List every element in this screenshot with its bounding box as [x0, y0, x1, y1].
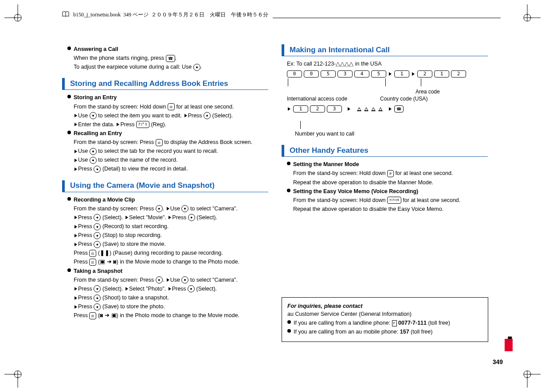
step-arrow-icon [74, 167, 77, 171]
digit-key: 2 [310, 105, 325, 113]
digit-key: 3 [327, 105, 342, 113]
camera-icon: ◙ [100, 312, 103, 318]
step-arrow-icon [348, 107, 350, 111]
camera-icon: ◙ [113, 259, 117, 265]
header-filename: b150_j_torisetsu.book 349 ページ ２００９年５月２６日… [62, 11, 273, 19]
registration-mark-icon [514, 361, 541, 388]
text-line: Use to select the item you want to edit.… [62, 112, 268, 120]
app-key-icon: ｱﾌﾟﾘ [136, 121, 149, 128]
text-line: Press ● (Stop) to stop recording. [62, 231, 268, 239]
header-pageinfo: 349 ページ [123, 12, 149, 18]
text-line: Enter the data. Press ｱﾌﾟﾘ (Reg). [62, 120, 268, 128]
column-right: Making an International Call Ex: To call… [282, 44, 488, 342]
placeholder-digit-icon [371, 107, 376, 111]
bullet-icon [287, 320, 291, 324]
placeholder-digit-icon [378, 107, 383, 111]
text-line: Press ● (Select). Select "Movie". Press … [62, 213, 268, 221]
bullet-icon [67, 197, 71, 201]
heading-answering-call: Answering a Call [62, 45, 268, 53]
contact-title: For inquiries, please contact [287, 302, 482, 310]
text-line: Press ● (Save) to store the photo. [62, 303, 268, 310]
text-line: Press ● (Shoot) to take a snapshot. [62, 294, 268, 302]
text-line: Press ● (Save) to store the movie. [62, 240, 268, 248]
contact-center: au Customer Service Center (General Info… [287, 310, 482, 318]
freecall-icon: F [392, 320, 397, 326]
step-arrow-icon [74, 114, 77, 117]
call-key-icon: ☎ [394, 105, 404, 113]
dpad-icon [90, 148, 97, 155]
address-key-icon: ⧈ [156, 139, 163, 146]
heading-storing-entry: Storing an Entry [62, 93, 268, 101]
digit-key: 2 [417, 70, 432, 78]
label-country-code: Country code (USA) [380, 95, 427, 103]
text-line: Repeat the above operation to disable th… [282, 179, 488, 186]
clear-key-icon: ｸﾘｱ/ﾒﾓ [387, 197, 401, 204]
digit-key: 1 [394, 70, 409, 78]
registration-mark-icon [4, 361, 31, 388]
center-key-icon: ● [94, 214, 101, 221]
center-key-icon: ● [94, 285, 101, 292]
step-arrow-icon [74, 150, 77, 153]
heading-voice-memo: Setting the Easy Voice Memo (Voice Recor… [282, 187, 488, 195]
call-key-icon: ☎ [166, 55, 175, 62]
video-icon: ▣ [111, 312, 117, 318]
contact-mobile: If you are calling from an au mobile pho… [287, 328, 482, 336]
heading-movie-clip: Recording a Movie Clip [62, 196, 268, 204]
step-arrow-icon [74, 225, 77, 229]
address-key-icon: ⧈ [89, 250, 96, 257]
step-arrow-icon [74, 287, 77, 291]
digit-key: 1 [293, 105, 308, 113]
text-line: From the stand-by screen: Press ●. Use t… [62, 276, 268, 284]
dpad-icon [181, 205, 188, 212]
mobile-number: 157 [400, 329, 409, 335]
text-line: To adjust the earpiece volume during a c… [62, 63, 268, 71]
bullet-icon [287, 329, 291, 333]
text-line: When the phone starts ringing, press ☎. [62, 54, 268, 62]
center-key-icon: ● [94, 232, 101, 239]
digit-key: 5 [371, 70, 386, 78]
hash-key-icon: # [387, 170, 394, 177]
contact-landline: If you are calling from a landline phone… [287, 319, 482, 327]
step-arrow-icon [389, 72, 392, 76]
header-filename-text: b150_j_torisetsu.book [73, 12, 121, 18]
text-line: From the stand-by screen: Hold down ｸﾘｱ/… [282, 196, 488, 204]
digit-key: 0 [304, 70, 319, 78]
example-label: Ex: To call 212-123-△△△△ in the USA [282, 60, 488, 68]
address-key-icon: ⧈ [168, 103, 175, 110]
step-arrow-icon [74, 123, 77, 126]
text-line: Repeat the above operation to disable th… [282, 205, 488, 213]
center-key-icon: ● [156, 205, 163, 212]
dial-diagram: 0 0 5 3 4 5 1 2 1 2 International access… [291, 70, 488, 119]
step-arrow-icon [389, 107, 392, 111]
text-line: Press ⧈ (❚❚) (Pause) during recording to… [62, 249, 268, 257]
bullet-icon [67, 95, 71, 98]
step-arrow-icon [74, 159, 77, 162]
dpad-icon [193, 64, 200, 71]
center-key-icon: ● [94, 303, 101, 310]
side-tab: 簡易英語 [505, 326, 513, 351]
text-line: Use to select the tab for the record you… [62, 147, 268, 155]
center-key-icon: ● [94, 223, 101, 230]
heading-manner-mode: Setting the Manner Mode [282, 160, 488, 168]
placeholder-digit-icon [357, 107, 361, 111]
digit-key: 1 [434, 70, 449, 78]
bullet-icon [67, 131, 71, 134]
contact-info-box: For inquiries, please contact au Custome… [282, 297, 488, 342]
bullet-icon [287, 189, 290, 192]
label-area-code: Area code [416, 88, 440, 96]
text-line: From the stand-by screen: Hold down ⧈ fo… [62, 103, 268, 111]
text-line: Press ⧈ (◙ ➜ ▣) in the Photo mode to cha… [62, 311, 268, 319]
step-arrow-icon [74, 216, 77, 219]
text-line: Use to select the name of the record. [62, 156, 268, 164]
section-title-international: Making an International Call [282, 44, 488, 56]
digit-key: 4 [354, 70, 369, 78]
step-arrow-icon [167, 278, 169, 282]
digit-key: 2 [451, 70, 466, 78]
text-line: Press ⧈ (▣ ➜ ◙) in the Movie mode to cha… [62, 258, 268, 266]
center-key-icon: ● [204, 112, 211, 119]
address-key-icon: ⧈ [89, 259, 96, 266]
step-arrow-icon [169, 287, 171, 291]
page-number: 349 [493, 358, 503, 365]
text-line: Press ● (Detail) to view the record in d… [62, 165, 268, 173]
content-columns: Answering a Call When the phone starts r… [62, 44, 488, 342]
